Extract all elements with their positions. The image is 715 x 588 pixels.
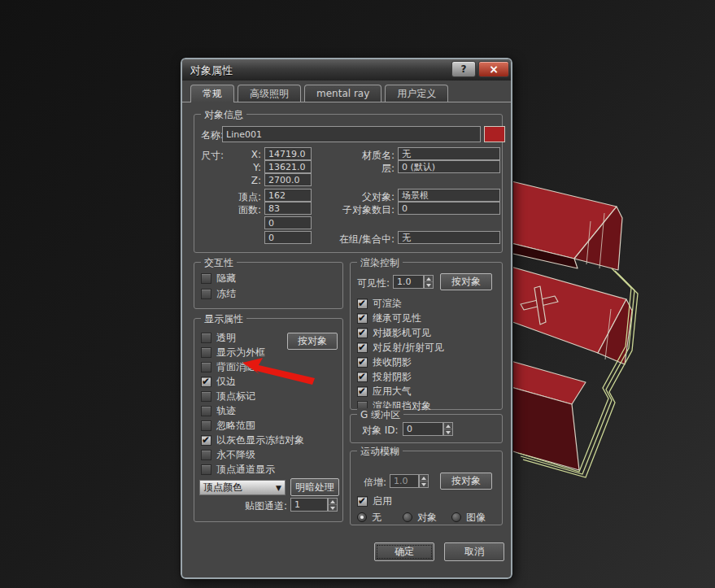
- visibility-spinner[interactable]: [424, 275, 434, 289]
- material-label: 材质名:: [325, 149, 395, 163]
- object-id-spinner[interactable]: [443, 422, 453, 436]
- group-display-properties: 显示属性 按对象 透明 显示为外框 背面消隐 仅边 顶点标记 轨迹 忽略范围: [194, 318, 343, 522]
- vertex-channel-select[interactable]: 顶点颜色 ▼: [199, 480, 286, 495]
- object-properties-dialog: 对象属性 ? × 常规 高级照明 mental ray 用户定义 对象信息 名称…: [181, 58, 512, 579]
- checkbox-label: 以灰色显示冻结对象: [216, 433, 304, 447]
- radio-label: 无: [372, 511, 381, 525]
- group-title: 渲染控制: [357, 256, 403, 270]
- y-value: 13621.0: [264, 160, 312, 173]
- material-value: 无: [398, 147, 500, 160]
- object-color-swatch[interactable]: [484, 126, 505, 142]
- checkbox-cast-shadows[interactable]: [357, 372, 368, 382]
- spinner-up-icon[interactable]: [425, 276, 433, 281]
- group-title: 交互性: [201, 256, 237, 270]
- name-label: 名称:: [201, 128, 224, 142]
- checkbox-display-as-box[interactable]: [201, 347, 211, 358]
- checkbox-hide[interactable]: [201, 273, 211, 284]
- checkbox-label: 永不降级: [216, 448, 255, 462]
- motion-blur-by-object-button[interactable]: 按对象: [440, 473, 492, 490]
- checkbox-never-degrade[interactable]: [201, 450, 211, 460]
- checkbox-visible-to-camera[interactable]: [357, 328, 368, 338]
- checkbox-vertex-ticks[interactable]: [201, 391, 211, 402]
- checkbox-receive-shadows[interactable]: [357, 357, 368, 368]
- checkbox-label: 仅边: [216, 375, 236, 389]
- checkbox-label: 可渲染: [373, 297, 402, 311]
- display-by-object-button[interactable]: 按对象: [287, 333, 338, 350]
- annotation-arrow: [241, 358, 317, 387]
- group-object-info: 对象信息 名称: Line001 尺寸: X: 14719.0 Y: 13621…: [194, 114, 503, 253]
- checkbox-visible-to-reflection[interactable]: [357, 342, 368, 353]
- checkbox-label: 启用: [373, 494, 392, 508]
- checkbox-label: 继承可见性: [373, 311, 421, 325]
- viewport-3d-geometry: [486, 155, 715, 520]
- radio-label: 图像: [466, 511, 486, 525]
- dimensions-label: 尺寸:: [201, 149, 224, 163]
- children-value: 0: [398, 202, 500, 215]
- checkbox-backface-cull[interactable]: [201, 362, 211, 372]
- object-id-label: 对象 ID:: [362, 424, 399, 438]
- checkbox-ignore-extents[interactable]: [201, 420, 211, 431]
- chevron-down-icon: ▼: [276, 484, 281, 492]
- checkbox-see-through[interactable]: [201, 333, 211, 343]
- checkbox-renderable[interactable]: [357, 298, 368, 309]
- combo-value: 顶点颜色: [203, 481, 242, 494]
- tab-general[interactable]: 常规: [190, 85, 234, 102]
- checkbox-inherit-visibility[interactable]: [357, 313, 368, 324]
- checkbox-label: 显示为外框: [216, 346, 265, 359]
- extra-value-1: 0: [264, 216, 312, 229]
- radio-object[interactable]: [403, 512, 412, 522]
- spinner-down-icon[interactable]: [425, 281, 433, 288]
- checkbox-edges-only[interactable]: [201, 377, 211, 387]
- checkbox-label: 投射阴影: [373, 370, 412, 384]
- spinner-down-icon[interactable]: [444, 429, 452, 435]
- ok-button[interactable]: 确定: [374, 542, 434, 561]
- render-by-object-button[interactable]: 按对象: [440, 273, 492, 290]
- group-title: G 缓冲区: [357, 408, 403, 422]
- multiplier-spinner[interactable]: [419, 474, 429, 488]
- tab-mental-ray[interactable]: mental ray: [304, 85, 381, 102]
- layer-label: 层:: [325, 162, 395, 176]
- dialog-titlebar[interactable]: 对象属性 ? ×: [182, 59, 511, 81]
- spinner-down-icon[interactable]: [420, 481, 428, 487]
- checkbox-label: 轨迹: [216, 404, 236, 418]
- visibility-input[interactable]: 1.0: [393, 275, 424, 289]
- checkbox-motion-blur-enabled[interactable]: [357, 496, 368, 507]
- map-channel-spinner[interactable]: [328, 498, 338, 512]
- name-input[interactable]: Line001: [222, 126, 481, 142]
- checkbox-label: 对摄影机可见: [373, 326, 431, 340]
- cancel-button[interactable]: 取消: [444, 542, 504, 561]
- extra-value-2: 0: [264, 231, 312, 244]
- close-icon[interactable]: ×: [478, 61, 509, 77]
- help-icon[interactable]: ?: [451, 61, 476, 77]
- spinner-up-icon[interactable]: [444, 423, 452, 429]
- map-channel-input[interactable]: 1: [290, 498, 328, 512]
- tab-user-defined[interactable]: 用户定义: [385, 85, 448, 102]
- checkbox-freeze[interactable]: [201, 289, 211, 299]
- group-interactivity: 交互性 隐藏 冻结: [194, 262, 343, 309]
- checkbox-label: 顶点通道显示: [216, 463, 275, 477]
- radio-label: 对象: [417, 511, 437, 525]
- tab-advanced-lighting[interactable]: 高级照明: [238, 85, 301, 102]
- multiplier-input[interactable]: 1.0: [390, 474, 419, 488]
- map-channel-label: 贴图通道:: [219, 499, 287, 513]
- spinner-up-icon[interactable]: [329, 499, 337, 504]
- object-id-input[interactable]: 0: [403, 422, 443, 436]
- in-group-label: 在组/集合中:: [313, 233, 395, 246]
- checkbox-label: 对反射/折射可见: [373, 341, 444, 355]
- radio-none[interactable]: [357, 512, 367, 522]
- checkbox-show-frozen-gray[interactable]: [201, 435, 211, 446]
- radio-image[interactable]: [451, 512, 461, 522]
- checkbox-apply-atmospherics[interactable]: [357, 386, 368, 397]
- x-value: 14719.0: [264, 147, 312, 160]
- checkbox-vertex-channel-display[interactable]: [201, 464, 211, 475]
- checkbox-trajectory[interactable]: [201, 406, 211, 416]
- spinner-down-icon[interactable]: [329, 504, 337, 511]
- checkbox-label: 冻结: [216, 287, 236, 301]
- faces-label: 面数:: [227, 203, 261, 217]
- checkbox-label: 忽略范围: [216, 419, 255, 433]
- spinner-up-icon[interactable]: [420, 475, 428, 481]
- vertices-value: 162: [264, 189, 312, 202]
- y-label: Y:: [240, 162, 261, 173]
- shaded-button[interactable]: 明暗处理: [290, 478, 339, 496]
- layer-value: 0 (默认): [398, 160, 500, 173]
